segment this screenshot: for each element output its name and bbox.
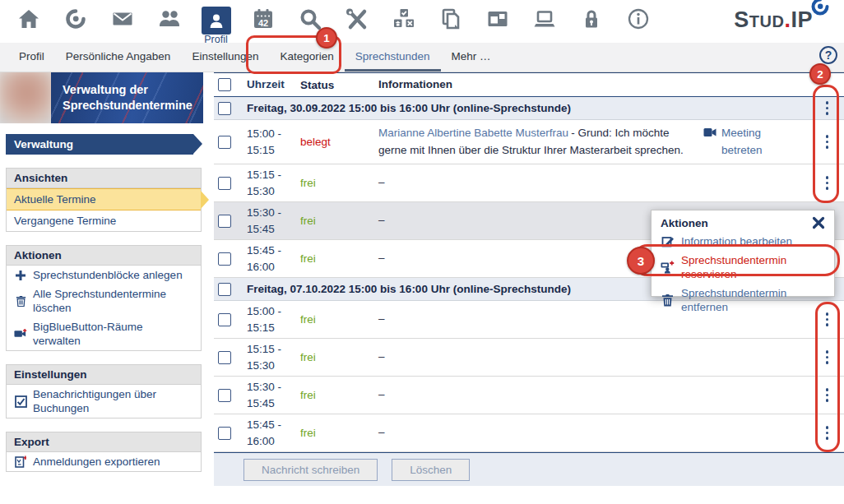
table-header-row: UhrzeitStatusInformationen — [214, 73, 844, 97]
sidebar-item-vergangene-termine[interactable]: Vergangene Termine — [7, 210, 201, 231]
lock-icon[interactable] — [568, 4, 614, 37]
close-icon[interactable] — [812, 216, 825, 229]
row-info: – — [378, 174, 703, 191]
sidebar-item-label: Alle Sprechstundentermine löschen — [33, 287, 193, 315]
top-toolbar: Profil 42 STUD.IP — [0, 0, 844, 43]
column-header-status: Status — [300, 79, 378, 91]
table-row: 15:15 - 15:30frei– — [214, 164, 844, 202]
community-icon[interactable] — [146, 4, 192, 37]
delete-button[interactable]: Löschen — [392, 459, 470, 481]
checkbox-checked-icon — [14, 395, 27, 408]
row-checkbox[interactable] — [218, 136, 231, 149]
info-icon[interactable] — [614, 4, 661, 37]
row-time: 15:00 - 15:15 — [247, 126, 300, 158]
group-checkbox[interactable] — [218, 283, 231, 296]
row-info-empty: – — [378, 388, 385, 400]
row-checkbox[interactable] — [218, 427, 231, 440]
select-all-checkbox[interactable] — [218, 78, 231, 91]
popup-item-edit-information[interactable]: Information bearbeiten — [661, 234, 825, 248]
row-check-cell — [214, 177, 247, 190]
row-info-empty: – — [378, 426, 385, 438]
meeting-icon — [703, 125, 716, 142]
profile-icon[interactable]: Profil — [192, 4, 239, 37]
edit-icon — [661, 235, 675, 248]
row-checkbox[interactable] — [218, 215, 231, 228]
messages-icon[interactable] — [99, 4, 146, 37]
row-check-cell — [214, 136, 247, 149]
row-actions-cell — [810, 385, 844, 405]
row-checkbox[interactable] — [218, 351, 231, 364]
group-check-cell — [214, 102, 247, 115]
row-status: frei — [300, 177, 378, 189]
sidebar-item-label: Benachrichtigungen über Buchungen — [33, 387, 193, 415]
row-info: – — [378, 424, 703, 441]
table-group-row: Freitag, 30.09.2022 15:00 bis 16:00 Uhr … — [214, 97, 844, 120]
row-actions-kebab-icon[interactable] — [821, 385, 834, 405]
files-icon[interactable] — [427, 4, 474, 37]
row-actions-kebab-icon[interactable] — [821, 98, 834, 118]
row-status: frei — [300, 389, 378, 401]
board-icon[interactable] — [474, 4, 521, 37]
row-actions-kebab-icon[interactable] — [821, 132, 834, 152]
courses-icon[interactable] — [52, 4, 99, 37]
row-info-empty: – — [378, 214, 385, 226]
sidebar-item-sprechstundenbl-cke-anlegen[interactable]: Sprechstundenblöcke anlegen — [7, 266, 201, 284]
sidebar: Verwaltung der Sprechstundentermine Verw… — [0, 72, 207, 472]
sidebar-item-label: Sprechstundenblöcke anlegen — [33, 268, 183, 282]
group-actions-cell — [810, 98, 844, 118]
sidebar-item-bigbluebutton-r-ume-verwalten[interactable]: BigBlueButton-Räume verwalten — [7, 317, 201, 350]
sidebar-item-benachrichtigungen-ber-buchungen[interactable]: Benachrichtigungen über Buchungen — [7, 385, 201, 418]
row-status: frei — [300, 252, 378, 265]
popup-item-reserve-appointment[interactable]: Sprechstundentermin reservieren — [661, 253, 825, 281]
appointment-user-link[interactable]: Marianne Albertine Babette Musterfrau — [378, 127, 568, 139]
row-actions-kebab-icon[interactable] — [821, 347, 834, 368]
row-actions-kebab-icon[interactable] — [821, 423, 834, 443]
row-check-cell — [214, 351, 247, 364]
tab-bar-items: ProfilPersönliche AngabenEinstellungenKa… — [8, 43, 502, 72]
sidebar-nav-verwaltung[interactable]: Verwaltung — [6, 134, 193, 155]
avatar[interactable] — [0, 72, 51, 123]
tab-profil[interactable]: Profil — [8, 43, 55, 72]
row-check-cell — [214, 427, 247, 440]
table-footer: Nachricht schreibenLöschen — [214, 452, 844, 486]
row-checkbox[interactable] — [218, 389, 231, 402]
sidebar-item-aktuelle-termine[interactable]: Aktuelle Termine — [7, 188, 201, 210]
row-checkbox[interactable] — [218, 177, 231, 190]
sidebar-item-alle-sprechstundentermine-l-schen[interactable]: Alle Sprechstundentermine löschen — [7, 284, 201, 317]
popup-title: Aktionen — [661, 217, 708, 229]
row-info: – — [378, 386, 703, 403]
row-meeting-cell[interactable]: Meeting betreten — [703, 125, 810, 159]
resources-icon[interactable] — [521, 4, 568, 37]
tools-icon[interactable] — [333, 4, 380, 37]
table-row: 15:15 - 15:30frei– — [214, 339, 844, 377]
row-actions-kebab-icon[interactable] — [821, 173, 834, 193]
write-message-button[interactable]: Nachricht schreiben — [243, 459, 378, 481]
planner-icon[interactable]: 42 — [239, 4, 286, 37]
search-icon[interactable] — [286, 4, 333, 37]
meeting-join-link[interactable]: Meeting betreten — [721, 125, 779, 159]
row-checkbox[interactable] — [218, 313, 231, 326]
popup-item-remove-appointment[interactable]: Sprechstundentermin entfernen — [661, 286, 825, 314]
group-checkbox[interactable] — [218, 102, 231, 115]
row-info-empty: – — [378, 252, 385, 264]
column-header-informationen: Informationen — [378, 76, 703, 93]
row-checkbox[interactable] — [218, 252, 231, 266]
modules-icon[interactable] — [380, 4, 427, 37]
tab-pers-nliche-angaben[interactable]: Persönliche Angaben — [55, 43, 182, 72]
tab-mehr[interactable]: Mehr … — [441, 43, 502, 72]
row-info-empty: – — [378, 312, 385, 325]
row-time: 15:15 - 15:30 — [247, 167, 300, 199]
widget-title: Export — [7, 432, 201, 452]
sidebar-item-anmeldungen-exportieren[interactable]: Anmeldungen exportieren — [7, 452, 201, 471]
planner-day-number: 42 — [257, 18, 267, 28]
tab-sprechstunden[interactable]: Sprechstunden — [345, 43, 441, 72]
sidebar-item-label: BigBlueButton-Räume verwalten — [33, 320, 193, 348]
table-row: 15:45 - 16:00frei– — [214, 414, 844, 452]
tab-einstellungen[interactable]: Einstellungen — [181, 43, 269, 72]
toolbar-icons: Profil 42 — [5, 4, 661, 37]
row-time: 15:15 - 15:30 — [247, 341, 300, 373]
sidebar-widgets: AnsichtenAktuelle TermineVergangene Term… — [0, 168, 207, 472]
tab-kategorien[interactable]: Kategorien — [269, 43, 344, 72]
help-icon[interactable]: ? — [819, 46, 837, 64]
home-icon[interactable] — [5, 4, 52, 37]
